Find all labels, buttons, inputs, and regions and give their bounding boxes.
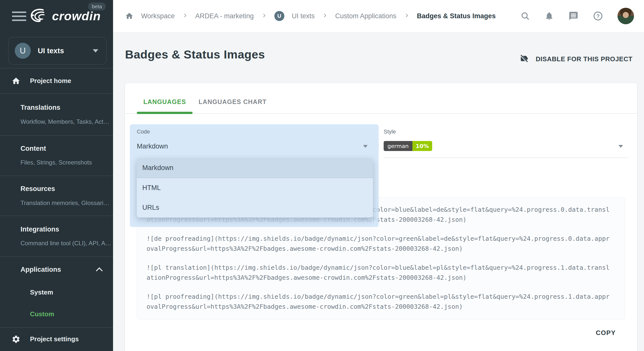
sidebar-item-project-home[interactable]: Project home xyxy=(0,68,113,94)
code-select-value[interactable]: Markdown xyxy=(137,142,168,150)
sidebar-item-custom[interactable]: Custom xyxy=(30,310,54,318)
section-subtitle: Workflow, Members, Tasks, Act… xyxy=(21,118,109,125)
disable-for-project-button[interactable]: DISABLE FOR THIS PROJECT xyxy=(520,54,632,64)
beta-badge: beta xyxy=(88,2,106,10)
section-title: Resources xyxy=(21,185,55,193)
sidebar-item-label: Project settings xyxy=(30,335,79,343)
caret-down-icon xyxy=(93,49,98,52)
sidebar-section-resources[interactable]: Resources Translation memories, Glossari… xyxy=(0,176,113,216)
label-off-icon xyxy=(520,54,529,64)
caret-down-icon[interactable] xyxy=(618,145,623,148)
chevron-right-icon xyxy=(322,13,328,19)
style-select-badge-preview[interactable]: german 10% xyxy=(384,141,432,151)
caret-down-icon[interactable] xyxy=(363,145,368,148)
tabbar-divider xyxy=(125,113,637,114)
project-name: UI texts xyxy=(38,47,93,55)
dropdown-option-html[interactable]: HTML xyxy=(137,178,373,198)
breadcrumb-item-project[interactable]: UI texts xyxy=(292,12,315,20)
code-entry-pl-proofreading: ![pl proofreading](https://img.shields.i… xyxy=(147,292,611,312)
breadcrumb: Workspace ARDEA - marketing U UI texts C… xyxy=(125,0,496,32)
section-subtitle: Translation memories, Glossari… xyxy=(21,200,109,206)
header-actions: ? xyxy=(520,0,634,32)
breadcrumb-item-project-group[interactable]: ARDEA - marketing xyxy=(195,12,254,20)
search-icon[interactable] xyxy=(520,11,530,21)
home-icon xyxy=(12,76,21,86)
chevron-right-icon xyxy=(182,13,188,19)
crowdin-app: Workspace ARDEA - marketing U UI texts C… xyxy=(0,0,644,351)
help-icon[interactable]: ? xyxy=(593,11,603,21)
badge-label-segment: german xyxy=(384,141,412,151)
sidebar-item-system[interactable]: System xyxy=(30,288,53,296)
sidebar-item-project-settings[interactable]: Project settings xyxy=(0,327,113,351)
section-title: Integrations xyxy=(21,226,59,233)
project-avatar: U xyxy=(15,43,31,59)
svg-text:?: ? xyxy=(596,13,599,19)
dropdown-option-markdown[interactable]: Markdown xyxy=(137,158,373,178)
breadcrumb-item-current-page: Badges & Status Images xyxy=(417,12,496,20)
breadcrumb-item-custom-applications[interactable]: Custom Applications xyxy=(335,12,396,20)
page-title: Badges & Status Images xyxy=(125,48,265,61)
code-select-dropdown: Markdown HTML URLs xyxy=(137,158,373,218)
sidebar-section-applications: Applications System Custom xyxy=(0,256,113,327)
main-content: Badges & Status Images DISABLE FOR THIS … xyxy=(113,32,644,351)
sidebar-section-translations[interactable]: Translations Workflow, Members, Tasks, A… xyxy=(0,94,113,135)
breadcrumb-item-workspace[interactable]: Workspace xyxy=(141,12,175,20)
style-select-label: Style xyxy=(384,128,396,135)
copy-button[interactable]: COPY xyxy=(596,329,616,337)
messages-chat-icon[interactable] xyxy=(568,11,578,21)
crowdin-logo-text: crowdin xyxy=(52,9,101,23)
section-subtitle: Command line tool (CLI), API, A… xyxy=(21,240,111,247)
section-title: Content xyxy=(21,145,46,152)
notifications-bell-icon[interactable] xyxy=(544,11,554,21)
style-select-underline xyxy=(384,158,628,158)
section-subtitle: Files, Strings, Screenshots xyxy=(21,159,92,166)
breadcrumb-project-avatar: U xyxy=(274,11,284,21)
code-entry-de-proofreading: ![de proofreading](https://img.shields.i… xyxy=(147,234,611,254)
dropdown-option-urls[interactable]: URLs xyxy=(137,198,373,218)
badge-value-segment: 10% xyxy=(412,141,432,151)
home-icon[interactable] xyxy=(125,12,134,20)
section-title: Translations xyxy=(21,104,60,112)
code-entry-pl-translation: ![pl translation](https://img.shields.io… xyxy=(147,263,611,283)
crowdin-logo-mark-icon xyxy=(29,8,50,24)
active-tab-indicator xyxy=(137,112,193,114)
sidebar-section-content[interactable]: Content Files, Strings, Screenshots xyxy=(0,135,113,176)
project-selector[interactable]: U UI texts xyxy=(8,37,107,64)
tab-languages[interactable]: LANGUAGES xyxy=(137,97,193,107)
gear-icon xyxy=(12,335,21,344)
sidebar-item-label: Project home xyxy=(30,77,71,85)
chevron-right-icon xyxy=(261,13,267,19)
tab-languages-chart[interactable]: LANGUAGES CHART xyxy=(193,97,273,107)
hamburger-menu-icon[interactable] xyxy=(12,12,26,21)
code-select-label: Code xyxy=(137,128,150,135)
top-header: Workspace ARDEA - marketing U UI texts C… xyxy=(113,0,644,32)
chevron-right-icon xyxy=(404,13,409,19)
sidebar: crowdin beta U UI texts Project home Tra… xyxy=(0,0,113,351)
section-title[interactable]: Applications xyxy=(21,266,61,274)
sidebar-section-integrations[interactable]: Integrations Command line tool (CLI), AP… xyxy=(0,216,113,256)
disable-button-label: DISABLE FOR THIS PROJECT xyxy=(536,55,632,63)
user-avatar[interactable] xyxy=(617,8,634,24)
chevron-up-icon[interactable] xyxy=(96,266,103,273)
